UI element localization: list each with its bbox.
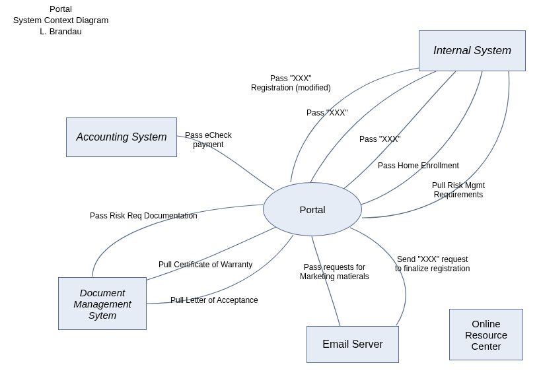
title-line1: Portal <box>8 4 114 15</box>
node-portal-label: Portal <box>299 204 325 215</box>
node-internal: Internal System <box>419 30 526 71</box>
label-xxx1: Pass "XXX" <box>307 108 348 117</box>
title-line2: System Context Diagram <box>8 15 114 26</box>
node-portal: Portal <box>263 182 362 236</box>
node-dms: Document Management Sytem <box>58 277 147 330</box>
label-riskdoc: Pass Risk Req Documentation <box>90 211 198 220</box>
node-accounting-label: Accounting System <box>77 131 167 143</box>
node-orc: Online Resource Center <box>449 309 523 360</box>
label-home: Pass Home Enrollment <box>378 161 459 170</box>
edge-internal-xxx2 <box>337 71 456 194</box>
label-send: Send "XXX" request to finalize registrat… <box>395 255 470 274</box>
label-letter: Pull Letter of Acceptance <box>170 296 258 305</box>
label-cert: Pull Certificate of Warranty <box>159 260 252 269</box>
node-email: Email Server <box>307 326 399 363</box>
label-xxx2: Pass "XXX" <box>359 135 401 144</box>
node-internal-label: Internal System <box>433 44 511 57</box>
label-echeck: Pass eCheck payment <box>185 131 232 150</box>
label-reg: Pass "XXX" Registration (modified) <box>251 74 331 93</box>
node-dms-label: Document Management Sytem <box>73 287 131 321</box>
label-marketing: Pass requests for Marketing matierals <box>300 263 369 282</box>
node-orc-label: Online Resource Center <box>465 318 507 352</box>
node-email-label: Email Server <box>322 339 383 350</box>
diagram-title: Portal System Context Diagram L. Brandau <box>8 4 114 38</box>
node-accounting: Accounting System <box>66 117 177 157</box>
label-pullrisk: Pull Risk Mgmt Requirements <box>432 181 485 200</box>
edge-dms-cert <box>145 227 276 280</box>
title-author: L. Brandau <box>8 26 114 38</box>
